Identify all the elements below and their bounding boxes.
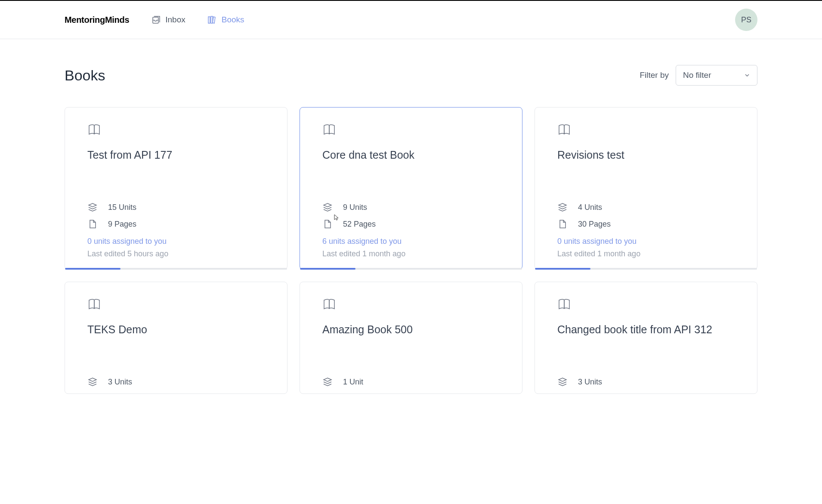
books-grid: Test from API 177 15 Units 9 Pages 0 uni… (65, 107, 757, 394)
book-card[interactable]: Test from API 177 15 Units 9 Pages 0 uni… (65, 107, 287, 270)
card-pages: 52 Pages (322, 219, 500, 229)
avatar[interactable]: PS (735, 9, 757, 31)
book-icon (322, 298, 336, 311)
content-area: Books Filter by No filter Test from API … (0, 39, 822, 420)
book-icon (557, 123, 571, 137)
card-title: TEKS Demo (87, 323, 265, 336)
progress-bar (535, 268, 757, 270)
nav-inbox[interactable]: Inbox (151, 15, 185, 25)
pages-text: 52 Pages (343, 220, 376, 229)
card-title: Changed book title from API 312 (557, 323, 735, 336)
book-card[interactable]: Changed book title from API 312 3 Units (535, 282, 757, 394)
assigned-text: 0 units assigned to you (87, 237, 265, 246)
card-units: 4 Units (557, 202, 735, 212)
progress-bar (65, 268, 287, 270)
card-units: 3 Units (87, 377, 265, 387)
units-text: 3 Units (578, 378, 602, 387)
units-text: 3 Units (108, 378, 132, 387)
units-text: 15 Units (108, 203, 136, 212)
edited-text: Last edited 5 hours ago (87, 249, 265, 258)
filter-select[interactable]: No filter (676, 65, 757, 86)
assigned-text: 6 units assigned to you (322, 237, 500, 246)
units-text: 4 Units (578, 203, 602, 212)
top-navigation: MentoringMinds Inbox (0, 1, 822, 39)
card-units: 9 Units (322, 202, 500, 212)
filter-label: Filter by (640, 71, 669, 80)
pages-text: 30 Pages (578, 220, 611, 229)
svg-rect-1 (208, 17, 210, 23)
book-icon (87, 123, 101, 137)
brand-logo[interactable]: MentoringMinds (65, 15, 129, 25)
book-icon (87, 298, 101, 311)
edited-text: Last edited 1 month ago (322, 249, 500, 258)
nav-books[interactable]: Books (207, 15, 244, 25)
book-icon (557, 298, 571, 311)
book-card[interactable]: Core dna test Book 9 Units 52 Pages 6 un… (300, 107, 522, 270)
books-icon (207, 15, 217, 25)
header-row: Books Filter by No filter (65, 65, 757, 86)
units-icon (87, 377, 98, 387)
filter-select-value: No filter (683, 71, 731, 80)
card-pages: 9 Pages (87, 219, 265, 229)
card-title: Core dna test Book (322, 149, 500, 161)
book-card[interactable]: TEKS Demo 3 Units (65, 282, 287, 394)
avatar-initials: PS (741, 15, 751, 25)
card-units: 15 Units (87, 202, 265, 212)
edited-text: Last edited 1 month ago (557, 249, 735, 258)
card-title: Test from API 177 (87, 149, 265, 161)
units-icon (322, 202, 333, 212)
card-units: 1 Unit (322, 377, 500, 387)
assigned-text: 0 units assigned to you (557, 237, 735, 246)
units-icon (557, 202, 568, 212)
chevron-down-icon (744, 72, 750, 78)
svg-rect-2 (211, 16, 213, 23)
pages-icon (87, 219, 98, 229)
units-text: 1 Unit (343, 378, 363, 387)
units-icon (557, 377, 568, 387)
book-card[interactable]: Revisions test 4 Units 30 Pages 0 units … (535, 107, 757, 270)
pages-text: 9 Pages (108, 220, 136, 229)
pages-icon (557, 219, 568, 229)
units-icon (87, 202, 98, 212)
card-units: 3 Units (557, 377, 735, 387)
cursor-icon (333, 214, 340, 221)
progress-bar (300, 268, 522, 270)
units-icon (322, 377, 333, 387)
nav-books-label: Books (222, 15, 244, 25)
book-icon (322, 123, 336, 137)
nav-inbox-label: Inbox (165, 15, 185, 25)
card-title: Revisions test (557, 149, 735, 161)
units-text: 9 Units (343, 203, 367, 212)
inbox-icon (151, 15, 161, 25)
page-title: Books (65, 67, 105, 84)
nav-left-group: MentoringMinds Inbox (65, 15, 244, 25)
card-pages: 30 Pages (557, 219, 735, 229)
card-title: Amazing Book 500 (322, 323, 500, 336)
book-card[interactable]: Amazing Book 500 1 Unit (300, 282, 522, 394)
pages-icon (322, 219, 333, 229)
filter-group: Filter by No filter (640, 65, 757, 86)
